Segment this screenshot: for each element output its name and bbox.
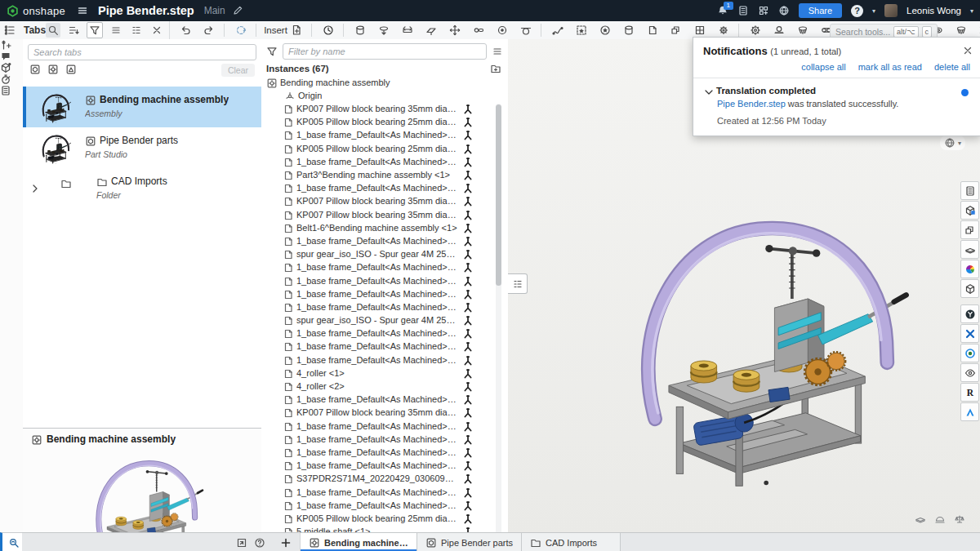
toolbar-button[interactable] bbox=[343, 24, 368, 37]
tabs-sort-icon[interactable] bbox=[66, 23, 81, 38]
mate-connector-icon[interactable] bbox=[462, 487, 472, 497]
new-folder-icon[interactable] bbox=[490, 63, 501, 74]
viewport-status-icon[interactable] bbox=[954, 513, 965, 525]
toolbar-button[interactable] bbox=[595, 24, 612, 37]
toolbar-button[interactable] bbox=[951, 24, 969, 37]
mate-connector-icon[interactable] bbox=[462, 289, 472, 299]
instance-row[interactable]: 1_base frame_Default<As Machined> <11> bbox=[261, 353, 508, 367]
toolbar-button[interactable] bbox=[311, 24, 336, 37]
toolbar-button[interactable] bbox=[713, 24, 731, 37]
notifications-bell-icon[interactable]: 1 bbox=[717, 5, 728, 16]
mate-connector-icon[interactable] bbox=[462, 144, 472, 153]
toolbar-button[interactable] bbox=[397, 24, 415, 37]
instance-row[interactable]: 1_base frame_Default<As Machined> <10> bbox=[261, 340, 508, 353]
tab-type-filter-icon[interactable] bbox=[65, 64, 77, 75]
instance-row[interactable]: 1_base frame_Default<As Machined> <12> bbox=[261, 393, 508, 406]
strip-icon[interactable] bbox=[0, 85, 23, 96]
filter-by-name-input[interactable] bbox=[283, 43, 487, 60]
instance-row[interactable]: 1_base frame_Default<As Machined> <2> bbox=[261, 155, 508, 168]
tabs-detail-view-icon[interactable] bbox=[129, 23, 144, 38]
mate-connector-icon[interactable] bbox=[462, 473, 472, 483]
toolbar-button[interactable] bbox=[571, 24, 589, 37]
mate-connector-icon[interactable] bbox=[462, 355, 472, 365]
mate-connector-icon[interactable] bbox=[462, 381, 472, 391]
avatar[interactable] bbox=[884, 4, 898, 17]
notification-action-link[interactable]: collapse all bbox=[801, 62, 845, 72]
instance-row[interactable]: KP005 Pillow block bearing 25mm diameter… bbox=[261, 512, 508, 525]
mate-connector-icon[interactable] bbox=[462, 447, 472, 457]
main-menu-icon[interactable] bbox=[77, 5, 88, 16]
clear-filter-button[interactable]: Clear bbox=[221, 64, 255, 77]
chevron-right-icon[interactable] bbox=[29, 183, 39, 194]
tabs-tree-icon[interactable] bbox=[4, 24, 16, 36]
instance-row[interactable]: KP005 Pillow block bearing 25mm diameter… bbox=[261, 142, 508, 155]
filter-funnel-icon[interactable] bbox=[266, 46, 278, 57]
globe-icon[interactable] bbox=[778, 5, 790, 16]
toolbar-button[interactable] bbox=[689, 24, 707, 37]
open-tab-manager-icon[interactable] bbox=[236, 537, 247, 549]
strip-icon[interactable] bbox=[0, 51, 23, 62]
toolbar-button[interactable] bbox=[618, 24, 636, 37]
viewport-tool-button[interactable] bbox=[960, 402, 979, 421]
mate-connector-icon[interactable] bbox=[462, 421, 472, 431]
instance-row[interactable]: 1_base frame_Default<As Machined> <5> bbox=[261, 260, 508, 273]
viewport-tool-button[interactable] bbox=[960, 260, 979, 278]
instance-row[interactable]: 1_base frame_Default<As Machined> <9> bbox=[261, 327, 508, 340]
add-tab-button[interactable] bbox=[272, 533, 301, 551]
instance-row[interactable]: KP005 Pillow block bearing 25mm diameter… bbox=[261, 115, 508, 128]
assembly-root-row[interactable]: Bending machine assembly bbox=[261, 76, 508, 89]
tab-list-item[interactable]: Bending machine assembly Assembly bbox=[23, 87, 261, 127]
search-tabs-input[interactable] bbox=[28, 44, 256, 60]
onshape-logo[interactable]: onshape bbox=[7, 5, 65, 17]
app-store-icon[interactable] bbox=[758, 5, 769, 16]
instance-row[interactable]: 1_base frame_Default<As Machined> <6> bbox=[261, 273, 508, 287]
bottom-tab[interactable]: CAD Imports bbox=[522, 533, 621, 551]
mate-connector-icon[interactable] bbox=[462, 500, 472, 510]
tabs-panel-close-icon[interactable] bbox=[149, 23, 164, 38]
pipe-bender-model[interactable] bbox=[590, 186, 924, 491]
viewport-tool-button[interactable]: R bbox=[960, 383, 979, 402]
mate-connector-icon[interactable] bbox=[462, 341, 472, 351]
mate-connector-icon[interactable] bbox=[462, 460, 472, 470]
viewport-tool-button[interactable] bbox=[960, 220, 979, 239]
toolbar-button[interactable] bbox=[738, 24, 763, 37]
instance-row[interactable]: 1_base frame_Default<As Machined> <17> bbox=[261, 485, 508, 498]
toolbar-button[interactable] bbox=[444, 24, 462, 37]
instance-row[interactable]: 1_base frame_Default<As Machined> <13> bbox=[261, 420, 508, 433]
mate-connector-icon[interactable] bbox=[462, 315, 472, 325]
toolbar-button[interactable] bbox=[768, 24, 786, 37]
strip-icon[interactable] bbox=[0, 73, 23, 85]
branch-label[interactable]: Main bbox=[204, 5, 225, 16]
share-button[interactable]: Share bbox=[799, 3, 842, 18]
mate-connector-icon[interactable] bbox=[462, 170, 472, 180]
origin-row[interactable]: Origin bbox=[261, 89, 508, 102]
mate-connector-icon[interactable] bbox=[462, 196, 472, 206]
instance-row[interactable]: spur gear_iso_ISO - Spur gear 4M 25T 20P… bbox=[261, 247, 508, 260]
search-everywhere-icon[interactable] bbox=[0, 532, 24, 551]
view-options-button[interactable]: ▾ bbox=[940, 136, 965, 150]
panel-flyout-handle[interactable] bbox=[508, 273, 528, 294]
close-icon[interactable] bbox=[962, 45, 972, 55]
instance-row[interactable]: Part3^Bending machine assembly <1> bbox=[261, 168, 508, 181]
mate-connector-icon[interactable] bbox=[462, 104, 472, 113]
instance-row[interactable]: 4_roller <1> bbox=[261, 367, 508, 380]
tab-type-filter-icon[interactable] bbox=[29, 64, 41, 75]
toolbar-button[interactable] bbox=[792, 24, 810, 37]
viewport-tool-button[interactable] bbox=[960, 279, 979, 298]
list-options-icon[interactable] bbox=[492, 46, 503, 57]
mate-connector-icon[interactable] bbox=[462, 407, 472, 417]
mate-connector-icon[interactable] bbox=[462, 236, 472, 246]
viewport-tool-button[interactable] bbox=[960, 304, 979, 323]
instance-row[interactable]: 1_base frame_Default<As Machined> <1> bbox=[261, 128, 508, 141]
help-button[interactable]: ? bbox=[851, 5, 863, 17]
scrollbar-thumb[interactable] bbox=[496, 104, 501, 286]
toolbar-button[interactable] bbox=[198, 24, 216, 37]
bottom-tab[interactable]: Bending machine asse... bbox=[301, 533, 417, 551]
viewport-status-icon[interactable] bbox=[915, 513, 926, 525]
instance-row[interactable]: Belt1-6^Bending machine assembly <1> bbox=[261, 221, 508, 234]
chevron-down-icon[interactable] bbox=[703, 87, 712, 96]
toolbar-button[interactable] bbox=[666, 24, 684, 37]
mate-connector-icon[interactable] bbox=[462, 249, 472, 259]
toolbar-button[interactable] bbox=[974, 24, 980, 37]
tab-type-filter-icon[interactable] bbox=[47, 64, 59, 75]
